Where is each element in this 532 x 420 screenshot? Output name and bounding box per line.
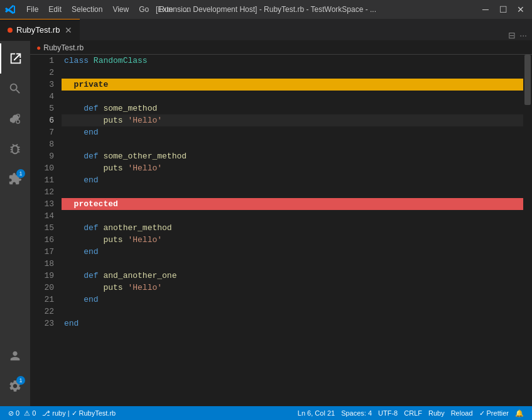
prettier-check-icon: ✓ — [479, 409, 485, 417]
code-line-16: puts 'Hello' — [62, 234, 523, 246]
status-eol[interactable]: CRLF — [401, 409, 425, 417]
error-count: 0 — [16, 409, 19, 417]
status-spaces[interactable]: Spaces: 4 — [338, 409, 375, 417]
tab-rubytest[interactable]: RubyTest.rb ✕ — [0, 19, 80, 40]
branch-icon: ⎇ — [42, 409, 50, 417]
status-feedback[interactable]: 🔔 — [512, 409, 527, 417]
line-num-3: 3 — [30, 79, 54, 91]
code-line-20: puts 'Hello' — [62, 282, 523, 294]
line-num-11: 11 — [30, 174, 54, 186]
code-line-7: end — [62, 126, 523, 138]
line-num-5: 5 — [30, 102, 54, 114]
code-line-12 — [62, 186, 523, 198]
tabbar: RubyTest.rb ✕ ⊟ ··· — [0, 19, 532, 41]
prettier-text: Prettier — [487, 409, 509, 417]
activity-settings[interactable]: 1 — [0, 371, 30, 401]
activity-search[interactable] — [0, 74, 30, 104]
code-line-6: puts 'Hello' — [62, 114, 523, 126]
branch-name: ruby — [52, 409, 65, 417]
code-line-9: def some_other_method — [62, 150, 523, 162]
editor-content[interactable]: 1 2 3 4 5 6 7 8 9 10 11 12 13 14 15 16 1… — [30, 55, 532, 406]
line-num-22: 22 — [30, 306, 54, 318]
menu-go[interactable]: Go — [135, 4, 153, 15]
breadcrumb-filename[interactable]: RubyTest.rb — [43, 43, 84, 52]
activity-source-control[interactable] — [0, 104, 30, 134]
language-text: Ruby — [428, 409, 445, 417]
line-num-17: 17 — [30, 246, 54, 258]
vscode-logo-icon — [5, 4, 15, 14]
activity-explorer[interactable] — [0, 43, 30, 74]
main-layout: 1 1 ● RubyTest.rb 1 2 3 4 5 — [0, 41, 532, 406]
scrollbar-track[interactable] — [523, 55, 532, 406]
code-editor[interactable]: class RandomClass private def some_metho… — [62, 55, 523, 406]
line-num-16: 16 — [30, 234, 54, 246]
warning-icon: ⚠ — [24, 409, 30, 417]
statusbar: ⊘ 0 ⚠ 0 ⎇ ruby | ✓ RubyTest.rb Ln 6, Col… — [0, 406, 532, 420]
tab-modified-indicator — [8, 28, 13, 33]
status-position[interactable]: Ln 6, Col 21 — [295, 409, 338, 417]
line-num-2: 2 — [30, 67, 54, 79]
code-line-1: class RandomClass — [62, 55, 523, 67]
status-branch[interactable]: ⎇ ruby | ✓ RubyTest.rb — [39, 406, 119, 420]
breadcrumb: ● RubyTest.rb — [30, 41, 532, 55]
line-num-10: 10 — [30, 162, 54, 174]
activity-extensions[interactable]: 1 — [0, 164, 30, 194]
line-num-23: 23 — [30, 318, 54, 329]
statusbar-right: Ln 6, Col 21 Spaces: 4 UTF-8 CRLF Ruby R… — [295, 409, 527, 417]
reload-text: Reload — [451, 409, 473, 417]
code-line-2 — [62, 67, 523, 79]
line-num-6: 6 — [30, 114, 54, 126]
line-num-19: 19 — [30, 270, 54, 282]
menu-file[interactable]: File — [23, 4, 42, 15]
code-line-5: def some_method — [62, 102, 523, 114]
code-line-22 — [62, 306, 523, 318]
code-line-3: private — [62, 79, 523, 91]
status-encoding[interactable]: UTF-8 — [375, 409, 401, 417]
editor-container: ● RubyTest.rb 1 2 3 4 5 6 7 8 9 10 11 12… — [30, 41, 532, 406]
code-line-23: end — [62, 318, 523, 329]
code-line-13: protected — [62, 198, 523, 210]
encoding-text: UTF-8 — [378, 409, 398, 417]
status-errors[interactable]: ⊘ 0 ⚠ 0 — [5, 406, 39, 420]
line-num-18: 18 — [30, 258, 54, 270]
line-num-14: 14 — [30, 210, 54, 222]
activitybar-bottom: 1 — [0, 341, 30, 406]
settings-badge: 1 — [16, 376, 25, 385]
menu-edit[interactable]: Edit — [45, 4, 65, 15]
status-prettier[interactable]: ✓ Prettier — [476, 409, 512, 417]
code-line-17: end — [62, 246, 523, 258]
close-button[interactable]: ✕ — [514, 3, 527, 16]
status-language[interactable]: Ruby — [425, 409, 448, 417]
menu-selection[interactable]: Selection — [68, 4, 106, 15]
svg-point-2 — [16, 120, 20, 124]
activitybar: 1 1 — [0, 41, 30, 406]
tab-close-button[interactable]: ✕ — [65, 25, 72, 35]
code-line-14 — [62, 210, 523, 222]
minimize-button[interactable]: ─ — [479, 3, 492, 16]
code-line-11: end — [62, 174, 523, 186]
code-line-21: end — [62, 294, 523, 306]
current-file-name: RubyTest.rb — [79, 409, 116, 417]
code-line-19: def and_another_one — [62, 270, 523, 282]
tab-label: RubyTest.rb — [16, 25, 60, 35]
more-tabs-button[interactable]: ··· — [519, 30, 527, 40]
activity-account[interactable] — [0, 341, 30, 371]
code-line-8 — [62, 138, 523, 150]
warning-count: 0 — [32, 409, 36, 417]
status-reload[interactable]: Reload — [448, 409, 476, 417]
menu-view[interactable]: View — [109, 4, 133, 15]
window-title: [Extension Development Host] - RubyTest.… — [156, 5, 376, 14]
activity-debug[interactable] — [0, 134, 30, 164]
feedback-icon: 🔔 — [515, 409, 524, 417]
line-num-9: 9 — [30, 150, 54, 162]
code-line-10: puts 'Hello' — [62, 162, 523, 174]
titlebar: File Edit Selection View Go Run ... [Ext… — [0, 0, 532, 19]
line-num-20: 20 — [30, 282, 54, 294]
eol-text: CRLF — [404, 409, 422, 417]
scrollbar-thumb[interactable] — [524, 55, 531, 105]
split-editor-button[interactable]: ⊟ — [508, 30, 516, 40]
line-num-13: 13 — [30, 198, 54, 210]
extensions-badge: 1 — [16, 169, 25, 178]
restore-button[interactable]: ☐ — [497, 3, 509, 16]
code-line-4 — [62, 91, 523, 102]
